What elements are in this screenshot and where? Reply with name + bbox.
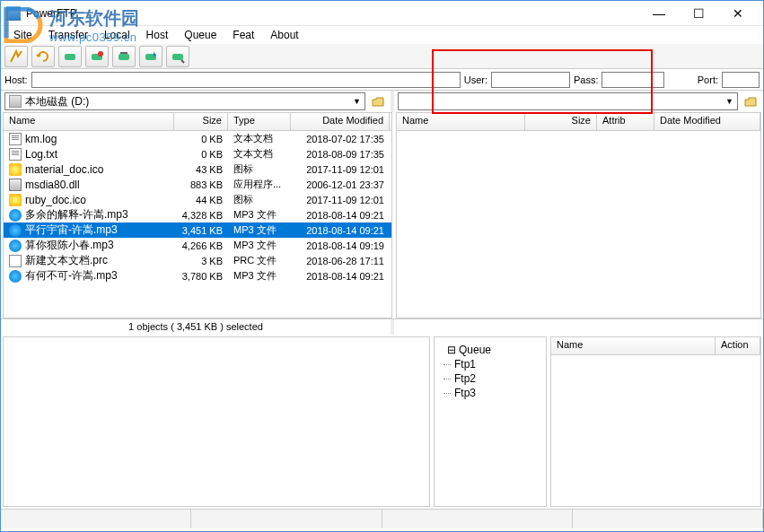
svg-rect-3 [119, 54, 129, 60]
menu-about[interactable]: About [263, 27, 305, 43]
file-name: 新建文本文档.prc [25, 253, 108, 268]
queue-tree[interactable]: Queue Ftp1 Ftp2 Ftp3 [438, 341, 542, 402]
local-file-header: Name Size Type Date Modified [4, 113, 391, 131]
col-name[interactable]: Name [4, 113, 174, 130]
pass-label: Pass: [574, 74, 599, 85]
toolbar-log-button[interactable] [166, 46, 189, 67]
file-icon [9, 148, 22, 161]
file-icon [9, 163, 22, 176]
file-type: MP3 文件 [228, 239, 291, 252]
status-row: 1 objects ( 3,451 KB ) selected [1, 318, 763, 335]
user-input[interactable] [491, 72, 570, 88]
file-type: MP3 文件 [228, 208, 291, 222]
queue-header: Name Action [551, 337, 760, 355]
file-row[interactable]: msdia80.dll883 KB应用程序...2006-12-01 23:37 [4, 177, 391, 192]
file-size: 3,780 KB [174, 271, 228, 282]
chevron-down-icon: ▼ [353, 97, 361, 106]
menu-local[interactable]: Local [97, 27, 137, 43]
local-up-button[interactable] [369, 92, 387, 110]
file-name: material_doc.ico [25, 163, 103, 176]
file-row[interactable]: 新建文本文档.prc3 KBPRC 文件2018-06-28 17:11 [4, 253, 391, 268]
col-name[interactable]: Name [397, 113, 525, 130]
file-row[interactable]: km.log0 KB文本文档2018-07-02 17:35 [4, 131, 391, 146]
file-icon [9, 209, 22, 222]
menu-feat[interactable]: Feat [225, 27, 261, 43]
file-row[interactable]: 多余的解释-许嵩.mp34,328 KBMP3 文件2018-08-14 09:… [4, 207, 391, 222]
col-type[interactable]: Type [228, 113, 291, 130]
close-button[interactable]: ✕ [718, 4, 758, 22]
file-row[interactable]: material_doc.ico43 KB图标2017-11-09 12:01 [4, 161, 391, 177]
port-label: Port: [698, 74, 718, 85]
file-name: 有何不可-许嵩.mp3 [25, 268, 118, 283]
file-type: 图标 [228, 162, 291, 176]
queue-col-action[interactable]: Action [716, 337, 760, 354]
file-row[interactable]: ruby_doc.ico44 KB图标2017-11-09 12:01 [4, 192, 391, 207]
file-name: Log.txt [25, 148, 57, 161]
file-date: 2018-08-14 09:21 [291, 210, 390, 221]
col-date[interactable]: Date Modified [654, 113, 760, 130]
file-icon [9, 133, 22, 145]
toolbar-connect-button[interactable] [4, 46, 28, 67]
file-date: 2018-08-14 09:19 [291, 240, 390, 251]
tree-root[interactable]: Queue [442, 343, 539, 357]
pass-input[interactable] [602, 72, 664, 88]
local-file-list[interactable]: km.log0 KB文本文档2018-07-02 17:35Log.txt0 K… [4, 131, 391, 318]
file-date: 2018-07-02 17:35 [291, 134, 390, 144]
file-size: 3 KB [174, 256, 228, 266]
file-row[interactable]: Log.txt0 KB文本文档2018-08-09 17:35 [4, 146, 391, 161]
file-row[interactable]: 有何不可-许嵩.mp33,780 KBMP3 文件2018-08-14 09:2… [4, 268, 391, 283]
file-row[interactable]: 算你狠陈小春.mp34,266 KBMP3 文件2018-08-14 09:19 [4, 238, 391, 253]
remote-up-button[interactable] [742, 92, 760, 110]
file-date: 2006-12-01 23:37 [291, 179, 390, 190]
file-name: msdia80.dll [25, 179, 80, 191]
file-panes: Name Size Type Date Modified km.log0 KB文… [1, 112, 763, 318]
host-input[interactable] [31, 72, 461, 88]
statusbar-panel [573, 510, 763, 528]
svg-rect-0 [65, 54, 75, 60]
queue-tree-pane: Queue Ftp1 Ftp2 Ftp3 [434, 336, 547, 507]
file-date: 2017-11-09 12:01 [291, 195, 390, 205]
menu-host[interactable]: Host [139, 27, 176, 43]
bottom-row: Queue Ftp1 Ftp2 Ftp3 Name Action [1, 336, 763, 507]
menu-transfer[interactable]: Transfer [41, 27, 95, 43]
drive-icon [9, 95, 22, 108]
port-input[interactable] [722, 72, 760, 88]
file-date: 2018-08-14 09:21 [291, 225, 390, 236]
file-type: 应用程序... [228, 178, 291, 191]
file-icon [9, 224, 22, 237]
queue-col-name[interactable]: Name [551, 337, 716, 354]
minimize-button[interactable]: — [639, 4, 679, 22]
menu-queue[interactable]: Queue [177, 27, 224, 43]
col-date[interactable]: Date Modified [291, 113, 390, 130]
file-name: km.log [25, 133, 57, 145]
remote-file-list[interactable] [397, 131, 760, 318]
file-row[interactable]: 平行宇宙-许嵩.mp33,451 KBMP3 文件2018-08-14 09:2… [4, 222, 391, 238]
toolbar-settings-button[interactable] [112, 46, 136, 67]
toolbar-abort-button[interactable] [85, 46, 109, 67]
col-attrib[interactable]: Attrib [597, 113, 654, 130]
remote-file-header: Name Size Attrib Date Modified [397, 113, 760, 131]
local-path-select[interactable]: 本地磁盘 (D:) ▼ [4, 92, 365, 110]
toolbar-reconnect-button[interactable] [31, 46, 55, 67]
maximize-button[interactable]: ☐ [679, 4, 718, 22]
tree-node[interactable]: Ftp3 [442, 386, 539, 400]
toolbar-disconnect-button[interactable] [58, 46, 82, 67]
statusbar-panel [382, 510, 573, 528]
menu-site[interactable]: Site [6, 27, 40, 43]
statusbar-panel [1, 510, 191, 528]
file-type: 文本文档 [228, 147, 291, 161]
statusbar [1, 509, 763, 528]
col-size[interactable]: Size [525, 113, 597, 130]
log-pane[interactable] [3, 336, 430, 507]
host-label: Host: [4, 74, 28, 85]
toolbar-queue-button[interactable] [139, 46, 162, 67]
user-label: User: [464, 74, 487, 85]
tree-node[interactable]: Ftp2 [442, 371, 539, 386]
window-title: PowerFTP [26, 7, 639, 20]
file-name: ruby_doc.ico [25, 194, 86, 206]
col-size[interactable]: Size [174, 113, 228, 130]
tree-node[interactable]: Ftp1 [442, 357, 539, 371]
remote-path-select[interactable]: ▼ [398, 92, 738, 110]
remote-status [394, 319, 763, 335]
file-size: 43 KB [174, 164, 228, 175]
